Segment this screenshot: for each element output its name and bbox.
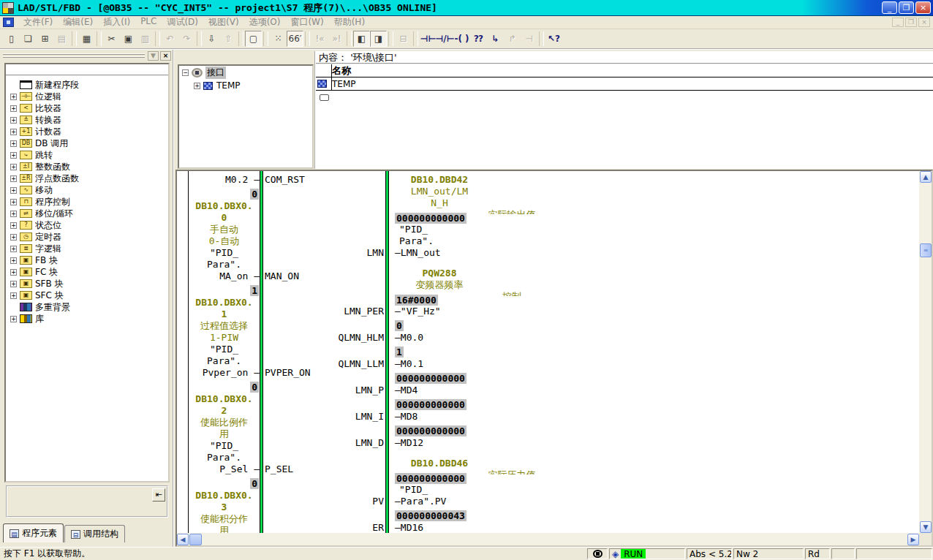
- save-as-button[interactable]: ⊞: [37, 31, 53, 47]
- contact-nc-button[interactable]: ⊣/⊢: [437, 31, 453, 47]
- block-input-connection[interactable]: Pvper_on —PVPER_ON: [189, 367, 260, 379]
- sidebar-item-integer-functions[interactable]: +±I整数函数: [10, 161, 168, 173]
- sidebar-item-sfc-blocks[interactable]: +▣SFC 块: [10, 290, 168, 301]
- restore-button[interactable]: ❐: [899, 1, 914, 14]
- mdi-close-button[interactable]: ×: [918, 18, 930, 27]
- tab-program-elements[interactable]: ▤程序元素: [3, 523, 64, 542]
- expand-box-icon[interactable]: +: [10, 105, 17, 112]
- scroll-left-button[interactable]: ◀: [177, 534, 189, 545]
- block-output-connection[interactable]: QLMN_LLM—M0.1: [322, 358, 630, 370]
- sidebar-item-library[interactable]: +库: [10, 313, 168, 325]
- expand-box-icon[interactable]: +: [10, 281, 17, 287]
- expand-box-icon[interactable]: +: [10, 175, 17, 182]
- expand-box-icon[interactable]: +: [10, 316, 17, 322]
- download-button[interactable]: ⇩: [203, 31, 220, 47]
- vertical-scroll-thumb[interactable]: ≡: [920, 243, 932, 257]
- contact-no-button[interactable]: ⊣⊢: [420, 31, 437, 47]
- sidebar-item-program-control[interactable]: +⊓程序控制: [10, 196, 168, 208]
- scroll-up-button[interactable]: ▲: [920, 171, 932, 183]
- symbol-info-button[interactable]: ⁙: [270, 31, 287, 47]
- menu-item-window[interactable]: 窗口(W): [285, 15, 328, 29]
- sidebar-item-bit-logic[interactable]: +⊣⊢位逻辑: [10, 91, 168, 102]
- block-output-connection[interactable]: LMN_I—MD8: [322, 411, 630, 423]
- block-input-connection[interactable]: M0.2 —COM_RST: [189, 174, 260, 186]
- menu-item-options[interactable]: 选项(O): [244, 15, 286, 29]
- scroll-right-button[interactable]: ▶: [907, 534, 919, 545]
- copy-button[interactable]: ▣: [120, 31, 137, 47]
- sidebar-item-sfb-blocks[interactable]: +▣SFB 块: [10, 278, 168, 290]
- overview-toggle-button[interactable]: ◧: [353, 31, 370, 47]
- document-icon[interactable]: [3, 18, 14, 27]
- sidebar-close-button[interactable]: ×: [160, 51, 171, 61]
- expand-box-icon[interactable]: +: [194, 83, 200, 89]
- detail-collapse-button[interactable]: ⇤: [152, 488, 165, 502]
- vertical-scrollbar[interactable]: ▲ ≡ ▼: [919, 171, 932, 533]
- sidebar-grip[interactable]: ▼ ×: [0, 50, 173, 61]
- expand-box-icon[interactable]: +: [10, 257, 17, 264]
- menu-item-view[interactable]: 视图(V): [203, 15, 244, 29]
- menu-item-plc[interactable]: PLC: [135, 15, 162, 29]
- monitor-toggle-button[interactable]: ▢: [245, 31, 262, 47]
- sidebar-item-timers[interactable]: +◷定时器: [10, 231, 168, 243]
- expand-box-icon[interactable]: +: [10, 140, 17, 147]
- block-output-connection[interactable]: ER—MD16: [322, 522, 630, 533]
- interface-root-label[interactable]: 接口: [205, 67, 226, 79]
- sidebar-item-fc-blocks[interactable]: +▣FC 块: [10, 266, 168, 278]
- block-input-connection[interactable]: MA_on —MAN_ON: [189, 270, 260, 282]
- sidebar-dropdown-button[interactable]: ▼: [148, 51, 159, 61]
- expand-box-icon[interactable]: +: [10, 222, 17, 229]
- sidebar-item-new-network[interactable]: 新建程序段: [10, 79, 168, 91]
- expand-box-icon[interactable]: +: [10, 199, 17, 205]
- sidebar-item-db-call[interactable]: +DBDB 调用: [10, 137, 168, 149]
- minimize-button[interactable]: _: [882, 1, 897, 14]
- block-output-connection[interactable]: LMN_P—MD4: [322, 385, 630, 396]
- tab-call-structure[interactable]: ⊟调用结构: [64, 525, 125, 542]
- sidebar-item-float-functions[interactable]: +±R浮点数函数: [10, 173, 168, 184]
- interface-root-row[interactable]: − 接口: [179, 66, 312, 79]
- block-output-connection[interactable]: QLMN_HLM—M0.0: [322, 332, 630, 344]
- collapse-box-icon[interactable]: −: [182, 69, 189, 76]
- monitor-glasses-button[interactable]: 66′: [287, 31, 303, 47]
- expand-box-icon[interactable]: +: [10, 129, 17, 135]
- block-output-connection[interactable]: LMN_D—MD12: [322, 437, 630, 449]
- open-button[interactable]: ❏: [20, 31, 37, 47]
- fbd-diagram-editor[interactable]: M0.2 —COM_RST0DB10.DBX0.0手自动0-自动"PID_Par…: [175, 170, 933, 547]
- block-output-connection[interactable]: LMN_PER—"VF_Hz": [322, 306, 630, 317]
- expand-box-icon[interactable]: +: [10, 246, 17, 252]
- expand-box-icon[interactable]: +: [10, 292, 17, 299]
- sidebar-item-move[interactable]: +∿移动: [10, 184, 168, 196]
- detail-view-button[interactable]: ◨: [370, 31, 387, 47]
- mdi-restore-button[interactable]: ❐: [905, 18, 917, 27]
- expand-box-icon[interactable]: +: [10, 152, 17, 159]
- horizontal-scrollbar[interactable]: ◀ ▶: [177, 533, 919, 545]
- sidebar-item-word-logic[interactable]: +≣字逻辑: [10, 243, 168, 254]
- declaration-row-temp[interactable]: TEMP: [316, 77, 933, 91]
- sidebar-item-fb-blocks[interactable]: +▣FB 块: [10, 254, 168, 266]
- scroll-down-button[interactable]: ▼: [920, 521, 932, 533]
- help-select-button[interactable]: ↖?: [545, 31, 562, 47]
- mdi-minimize-button[interactable]: _: [892, 18, 904, 27]
- expand-box-icon[interactable]: +: [10, 117, 17, 124]
- menu-item-insert[interactable]: 插入(I): [98, 15, 135, 29]
- menu-item-file[interactable]: 文件(F): [18, 15, 58, 29]
- interface-temp-label[interactable]: TEMP: [216, 80, 241, 91]
- cut-button[interactable]: ✂: [103, 31, 120, 47]
- expand-box-icon[interactable]: +: [10, 234, 17, 241]
- expand-box-icon[interactable]: +: [10, 269, 17, 276]
- horizontal-scroll-thumb[interactable]: [189, 534, 202, 545]
- expand-box-icon[interactable]: +: [10, 164, 17, 170]
- menu-item-help[interactable]: 帮助(H): [329, 15, 370, 29]
- print-button[interactable]: ▦: [78, 31, 95, 47]
- expand-box-icon[interactable]: +: [10, 211, 17, 217]
- close-button[interactable]: ×: [915, 1, 931, 14]
- new-button[interactable]: ▯: [3, 31, 20, 47]
- sidebar-item-jump[interactable]: +⤷跳转: [10, 149, 168, 161]
- block-input-connection[interactable]: P_Sel —P_SEL: [189, 463, 260, 475]
- expand-box-icon[interactable]: +: [10, 94, 17, 100]
- sidebar-item-shift-rotate[interactable]: +⇌移位/循环: [10, 208, 168, 219]
- expand-box-icon[interactable]: +: [10, 187, 17, 194]
- coil-button[interactable]: -( ): [453, 31, 470, 47]
- interface-temp-row[interactable]: + TEMP: [179, 79, 312, 92]
- sidebar-item-multi-instance[interactable]: 多重背景: [10, 301, 168, 313]
- sidebar-item-status-bits[interactable]: +?状态位: [10, 219, 168, 231]
